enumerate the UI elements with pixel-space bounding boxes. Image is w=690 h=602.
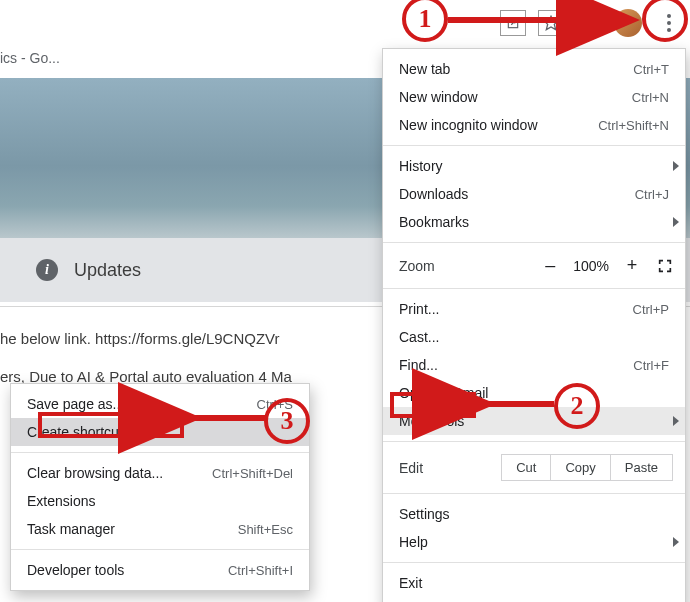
menu-shortcut: Shift+Esc	[238, 522, 293, 537]
menu-label: Find...	[399, 357, 438, 373]
menu-label: Downloads	[399, 186, 468, 202]
cut-button[interactable]: Cut	[501, 454, 551, 481]
menu-shortcut: Ctrl+P	[633, 302, 669, 317]
fullscreen-icon[interactable]	[655, 257, 675, 275]
chevron-right-icon	[673, 217, 679, 227]
menu-shortcut: Ctrl+Shift+Del	[212, 466, 293, 481]
menu-label: History	[399, 158, 443, 174]
menu-help[interactable]: Help	[383, 528, 685, 556]
annotation-step1-number: 1	[419, 4, 432, 34]
menu-separator	[11, 549, 309, 550]
menu-label: Save page as...	[27, 396, 124, 412]
menu-label: Zoom	[399, 258, 435, 274]
menu-separator	[383, 145, 685, 146]
updates-label: Updates	[74, 260, 141, 281]
zoom-value: 100%	[573, 258, 609, 274]
menu-label: Help	[399, 534, 428, 550]
menu-shortcut: Ctrl+F	[633, 358, 669, 373]
tab-title: ics - Go...	[0, 50, 60, 66]
menu-separator	[11, 452, 309, 453]
menu-label: Edit	[399, 460, 423, 476]
menu-new-window[interactable]: New window Ctrl+N	[383, 83, 685, 111]
annotation-step3-number: 3	[281, 406, 294, 436]
chevron-right-icon	[673, 416, 679, 426]
menu-label: Print...	[399, 301, 439, 317]
chrome-main-menu: New tab Ctrl+T New window Ctrl+N New inc…	[382, 48, 686, 602]
annotation-more-tools-box	[390, 392, 476, 418]
menu-separator	[383, 441, 685, 442]
menu-find[interactable]: Find... Ctrl+F	[383, 351, 685, 379]
annotation-step2-circle: 2	[554, 383, 600, 429]
menu-label: New window	[399, 89, 478, 105]
submenu-dev-tools[interactable]: Developer tools Ctrl+Shift+I	[11, 556, 309, 584]
menu-shortcut: Ctrl+Shift+N	[598, 118, 669, 133]
menu-label: Extensions	[27, 493, 95, 509]
menu-separator	[383, 493, 685, 494]
annotation-step2-number: 2	[571, 391, 584, 421]
menu-label: Task manager	[27, 521, 115, 537]
menu-shortcut: Ctrl+J	[635, 187, 669, 202]
menu-label: Developer tools	[27, 562, 124, 578]
menu-bookmarks[interactable]: Bookmarks	[383, 208, 685, 236]
menu-shortcut: Ctrl+T	[633, 62, 669, 77]
paste-button[interactable]: Paste	[611, 454, 673, 481]
svg-marker-1	[544, 16, 557, 29]
menu-label: New tab	[399, 61, 450, 77]
menu-print[interactable]: Print... Ctrl+P	[383, 295, 685, 323]
menu-label: Cast...	[399, 329, 439, 345]
menu-new-tab[interactable]: New tab Ctrl+T	[383, 55, 685, 83]
star-icon[interactable]	[538, 10, 564, 36]
menu-label: Bookmarks	[399, 214, 469, 230]
menu-exit[interactable]: Exit	[383, 569, 685, 597]
menu-downloads[interactable]: Downloads Ctrl+J	[383, 180, 685, 208]
zoom-in-button[interactable]: +	[623, 255, 641, 276]
copy-button[interactable]: Copy	[551, 454, 610, 481]
menu-shortcut: Ctrl+Shift+I	[228, 563, 293, 578]
menu-separator	[383, 242, 685, 243]
menu-label: New incognito window	[399, 117, 538, 133]
menu-settings[interactable]: Settings	[383, 500, 685, 528]
chevron-right-icon	[673, 161, 679, 171]
menu-history[interactable]: History	[383, 152, 685, 180]
annotation-create-shortcut-box	[38, 412, 184, 438]
submenu-extensions[interactable]: Extensions	[11, 487, 309, 515]
menu-incognito[interactable]: New incognito window Ctrl+Shift+N	[383, 111, 685, 139]
menu-label: Exit	[399, 575, 422, 591]
menu-shortcut: Ctrl+N	[632, 90, 669, 105]
extensions-icon[interactable]	[576, 10, 602, 36]
menu-separator	[383, 288, 685, 289]
menu-cast[interactable]: Cast...	[383, 323, 685, 351]
chevron-right-icon	[673, 537, 679, 547]
menu-separator	[383, 562, 685, 563]
menu-zoom: Zoom – 100% +	[383, 249, 685, 282]
annotation-step3-circle: 3	[264, 398, 310, 444]
menu-label: Settings	[399, 506, 450, 522]
menu-label: Clear browsing data...	[27, 465, 163, 481]
menu-edit: Edit Cut Copy Paste	[383, 448, 685, 487]
info-icon: i	[36, 259, 58, 281]
submenu-clear-data[interactable]: Clear browsing data... Ctrl+Shift+Del	[11, 459, 309, 487]
avatar[interactable]	[614, 9, 642, 37]
zoom-out-button[interactable]: –	[541, 255, 559, 276]
submenu-task-manager[interactable]: Task manager Shift+Esc	[11, 515, 309, 543]
share-icon[interactable]	[500, 10, 526, 36]
